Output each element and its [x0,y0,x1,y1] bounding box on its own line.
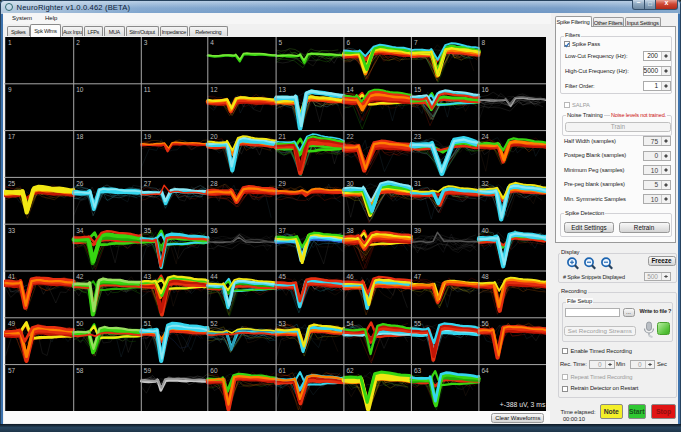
svg-text:38: 38 [347,226,355,233]
svg-text:39: 39 [414,226,422,233]
svg-text:60: 60 [211,367,219,374]
svg-text:2: 2 [77,39,81,46]
svg-text:25: 25 [8,179,16,186]
svg-text:52: 52 [211,320,219,327]
svg-text:36: 36 [211,226,219,233]
svg-text:5: 5 [279,39,283,46]
svg-text:64: 64 [482,367,490,374]
svg-text:3: 3 [144,39,148,46]
svg-text:21: 21 [279,133,287,140]
svg-text:43: 43 [144,273,152,280]
svg-text:51: 51 [144,320,152,327]
svg-text:11: 11 [144,86,151,93]
svg-text:48: 48 [482,273,490,280]
svg-text:50: 50 [77,320,85,327]
svg-text:32: 32 [482,179,490,186]
svg-text:10: 10 [77,86,85,93]
svg-text:19: 19 [144,133,152,140]
svg-text:30: 30 [347,179,355,186]
svg-text:33: 33 [8,226,16,233]
svg-text:37: 37 [279,226,287,233]
svg-text:1: 1 [8,39,12,46]
svg-text:6: 6 [347,39,351,46]
svg-text:16: 16 [482,86,490,93]
svg-text:18: 18 [77,133,85,140]
svg-text:56: 56 [482,320,490,327]
svg-text:28: 28 [211,179,219,186]
svg-text:29: 29 [279,179,287,186]
svg-text:59: 59 [144,367,152,374]
svg-text:35: 35 [144,226,152,233]
svg-text:17: 17 [8,133,16,140]
svg-text:9: 9 [8,86,12,93]
svg-text:46: 46 [347,273,355,280]
svg-text:42: 42 [77,273,85,280]
svg-text:53: 53 [279,320,287,327]
svg-text:24: 24 [482,133,490,140]
svg-text:54: 54 [347,320,355,327]
svg-text:40: 40 [482,226,490,233]
svg-text:26: 26 [77,179,85,186]
svg-text:22: 22 [347,133,355,140]
svg-text:8: 8 [482,39,486,46]
svg-text:58: 58 [77,367,85,374]
svg-text:63: 63 [414,367,422,374]
svg-text:47: 47 [414,273,422,280]
svg-text:57: 57 [8,367,16,374]
svg-text:44: 44 [211,273,219,280]
svg-text:4: 4 [211,39,215,46]
svg-text:27: 27 [144,179,152,186]
svg-text:61: 61 [279,367,287,374]
svg-text:7: 7 [414,39,418,46]
svg-text:34: 34 [77,226,85,233]
svg-text:62: 62 [347,367,355,374]
svg-text:23: 23 [414,133,422,140]
svg-text:20: 20 [211,133,219,140]
svg-text:15: 15 [414,86,422,93]
svg-text:45: 45 [279,273,287,280]
svg-text:+-388 uV, 3 ms: +-388 uV, 3 ms [500,401,546,408]
svg-text:12: 12 [211,86,219,93]
svg-text:13: 13 [279,86,287,93]
svg-text:41: 41 [8,273,16,280]
svg-text:14: 14 [347,86,355,93]
svg-text:31: 31 [414,179,422,186]
svg-text:55: 55 [414,320,422,327]
svg-text:49: 49 [8,320,16,327]
